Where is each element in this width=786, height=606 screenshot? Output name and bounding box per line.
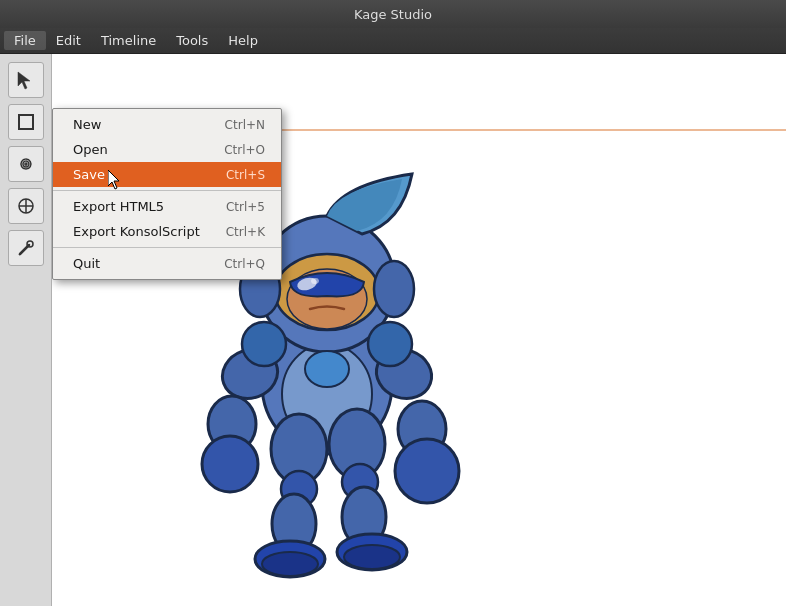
svg-point-12	[202, 436, 258, 492]
svg-point-29	[262, 552, 318, 576]
canvas-area[interactable]: New Ctrl+N Open Ctrl+O Save Ctrl+S Expor…	[52, 54, 786, 606]
menu-file[interactable]: File	[4, 31, 46, 50]
svg-rect-1	[19, 115, 33, 129]
menu-item-quit-shortcut: Ctrl+Q	[224, 257, 265, 271]
menu-item-quit-label: Quit	[73, 256, 100, 271]
menu-item-new-shortcut: Ctrl+N	[225, 118, 265, 132]
toolbar	[0, 54, 52, 606]
svg-point-36	[368, 322, 412, 366]
menu-tools[interactable]: Tools	[166, 31, 218, 50]
menu-timeline[interactable]: Timeline	[91, 31, 166, 50]
menu-edit[interactable]: Edit	[46, 31, 91, 50]
menu-item-save[interactable]: Save Ctrl+S	[53, 162, 281, 187]
menu-item-quit[interactable]: Quit Ctrl+Q	[53, 251, 281, 276]
menu-item-open-shortcut: Ctrl+O	[224, 143, 265, 157]
svg-point-35	[242, 322, 286, 366]
menu-item-open[interactable]: Open Ctrl+O	[53, 137, 281, 162]
menu-item-new[interactable]: New Ctrl+N	[53, 112, 281, 137]
menu-item-new-label: New	[73, 117, 101, 132]
select-tool[interactable]	[8, 62, 44, 98]
menu-item-export-konsolscript-label: Export KonsolScript	[73, 224, 200, 239]
file-dropdown-menu: New Ctrl+N Open Ctrl+O Save Ctrl+S Expor…	[52, 108, 282, 280]
menu-bar: File Edit Timeline Tools Help	[0, 28, 786, 54]
rectangle-tool[interactable]	[8, 104, 44, 140]
menu-item-export-konsolscript[interactable]: Export KonsolScript Ctrl+K	[53, 219, 281, 244]
svg-point-34	[344, 545, 400, 569]
dropdown-separator-2	[53, 247, 281, 248]
menu-item-open-label: Open	[73, 142, 108, 157]
title-bar: Kage Studio	[0, 0, 786, 28]
svg-marker-0	[18, 72, 30, 89]
dropdown-separator-1	[53, 190, 281, 191]
menu-item-export-html5-label: Export HTML5	[73, 199, 164, 214]
window-title: Kage Studio	[354, 7, 432, 22]
menu-help[interactable]: Help	[218, 31, 268, 50]
svg-point-6	[27, 241, 33, 247]
menu-item-save-shortcut: Ctrl+S	[226, 168, 265, 182]
eyedropper-tool[interactable]	[8, 230, 44, 266]
svg-point-23	[374, 261, 414, 317]
menu-item-export-html5[interactable]: Export HTML5 Ctrl+5	[53, 194, 281, 219]
app-area: New Ctrl+N Open Ctrl+O Save Ctrl+S Expor…	[0, 54, 786, 606]
menu-item-export-konsolscript-shortcut: Ctrl+K	[226, 225, 265, 239]
svg-point-15	[395, 439, 459, 503]
menu-item-save-label: Save	[73, 167, 105, 182]
transform-tool[interactable]	[8, 188, 44, 224]
svg-point-24	[305, 351, 349, 387]
spiral-tool[interactable]	[8, 146, 44, 182]
menu-item-export-html5-shortcut: Ctrl+5	[226, 200, 265, 214]
